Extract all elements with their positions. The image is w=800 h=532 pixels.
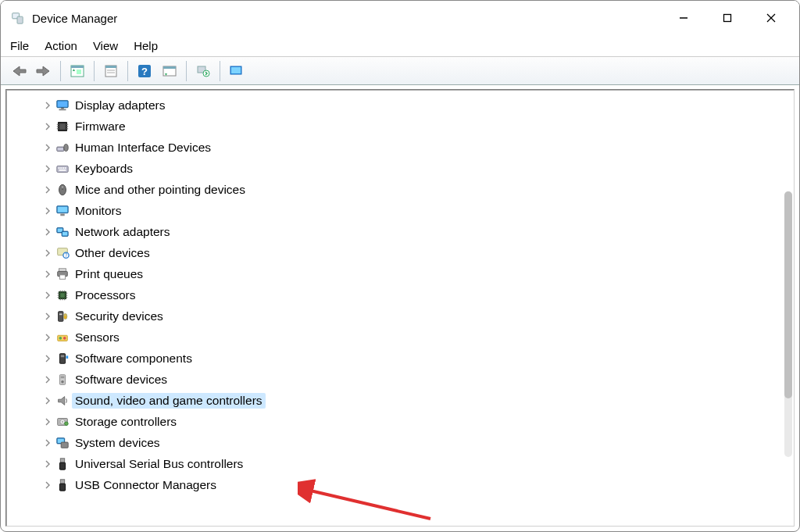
other-icon <box>55 245 70 261</box>
tree-panel: Display adaptersFirmwareHuman Interface … <box>5 89 795 527</box>
tree-node[interactable]: Keyboards <box>42 158 794 179</box>
menu-help[interactable]: Help <box>134 39 158 52</box>
scrollbar[interactable] <box>784 191 792 457</box>
titlebar: Device Manager <box>1 1 799 35</box>
chevron-right-icon[interactable] <box>42 165 53 173</box>
tree-node-label: Print queues <box>75 267 143 281</box>
chevron-right-icon[interactable] <box>42 397 53 405</box>
chevron-right-icon[interactable] <box>42 207 53 215</box>
maximize-button[interactable] <box>705 2 749 34</box>
display-icon <box>55 98 70 113</box>
tree-node[interactable]: Monitors <box>42 200 794 221</box>
toolbar <box>1 57 799 85</box>
tree-node[interactable]: Software components <box>42 348 794 369</box>
svg-rect-85 <box>77 70 81 74</box>
tree-node[interactable]: Sound, video and game controllers <box>42 390 794 411</box>
back-button[interactable] <box>7 60 30 82</box>
chevron-right-icon[interactable] <box>42 418 53 426</box>
usbconn-icon <box>55 477 70 493</box>
tree-node[interactable]: Mice and other pointing devices <box>42 179 794 200</box>
chevron-right-icon[interactable] <box>42 123 53 130</box>
chevron-right-icon[interactable] <box>42 291 53 299</box>
tree-node-label: Network adapters <box>75 225 170 239</box>
tree-node[interactable]: Security devices <box>42 305 794 327</box>
chevron-right-icon[interactable] <box>42 355 53 362</box>
tree-node-label: Human Interface Devices <box>75 141 211 155</box>
monitor-icon <box>55 203 70 219</box>
sensor-icon <box>55 330 70 345</box>
tree-node[interactable]: USB Connector Managers <box>42 474 794 495</box>
tree-node[interactable]: Human Interface Devices <box>42 137 794 158</box>
tree-node[interactable]: Print queues <box>42 263 794 284</box>
tree-node-label: Keyboards <box>75 162 133 176</box>
content-frame: Display adaptersFirmwareHuman Interface … <box>1 85 799 531</box>
tree-node-label: Software devices <box>75 373 167 387</box>
window-title: Device Manager <box>32 12 117 25</box>
chevron-right-icon[interactable] <box>42 376 53 384</box>
tree-node-label: System devices <box>75 436 160 450</box>
chevron-right-icon[interactable] <box>42 249 53 257</box>
chevron-right-icon[interactable] <box>42 144 53 152</box>
show-hide-console-button[interactable] <box>66 60 89 82</box>
chip-icon <box>55 119 70 134</box>
add-device-button[interactable] <box>225 60 248 82</box>
close-button[interactable] <box>749 2 793 34</box>
chevron-right-icon[interactable] <box>42 102 53 109</box>
network-icon <box>55 224 70 240</box>
app-icon <box>10 11 24 25</box>
update-driver-button[interactable] <box>191 60 215 82</box>
tree-node[interactable]: Universal Serial Bus controllers <box>42 453 794 474</box>
properties-button[interactable] <box>99 60 123 82</box>
scan-button[interactable] <box>158 60 181 82</box>
svg-rect-80 <box>724 15 731 22</box>
swdev-icon <box>55 372 70 387</box>
tree-node-label: Storage controllers <box>75 415 177 429</box>
help-button[interactable] <box>133 60 156 82</box>
tree-node[interactable]: Firmware <box>42 116 794 137</box>
mouse-icon <box>55 182 70 198</box>
printer-icon <box>55 266 70 282</box>
svg-rect-95 <box>231 67 241 73</box>
tree-node[interactable]: Other devices <box>42 242 794 263</box>
tree-node[interactable]: Software devices <box>42 369 794 390</box>
tree-node[interactable]: Processors <box>42 284 794 305</box>
tree-node[interactable]: Sensors <box>42 327 794 348</box>
svg-rect-87 <box>105 66 116 68</box>
menu-view[interactable]: View <box>93 39 118 52</box>
tree-node[interactable]: Network adapters <box>42 221 794 242</box>
tree-node[interactable]: System devices <box>42 432 794 453</box>
hid-icon <box>55 140 70 155</box>
chevron-right-icon[interactable] <box>42 460 53 468</box>
menu-file[interactable]: File <box>10 39 29 52</box>
tree-node-label: Universal Serial Bus controllers <box>75 457 243 471</box>
device-tree[interactable]: Display adaptersFirmwareHuman Interface … <box>6 90 794 500</box>
tree-node-label: Sensors <box>75 330 120 345</box>
sound-icon <box>55 393 70 409</box>
tree-node-label: Security devices <box>75 309 163 323</box>
chevron-right-icon[interactable] <box>42 228 53 236</box>
tree-node-label: Sound, video and game controllers <box>72 393 266 409</box>
usb-icon <box>55 456 70 472</box>
forward-button[interactable] <box>32 60 55 82</box>
sysdev-icon <box>55 435 70 451</box>
scrollbar-thumb[interactable] <box>784 191 792 398</box>
security-icon <box>55 309 70 324</box>
chevron-right-icon[interactable] <box>42 186 53 194</box>
menubar: File Action View Help <box>1 35 799 57</box>
tree-node-label: Processors <box>75 288 136 302</box>
tree-node-label: Mice and other pointing devices <box>75 183 245 197</box>
chevron-right-icon[interactable] <box>42 312 53 320</box>
tree-node[interactable]: Display adapters <box>42 95 794 116</box>
cpu-icon <box>55 287 70 303</box>
chevron-right-icon[interactable] <box>42 481 53 489</box>
tree-node-label: Firmware <box>75 120 126 134</box>
menu-action[interactable]: Action <box>45 39 77 52</box>
window: Device Manager File Action View Help <box>0 0 800 532</box>
chevron-right-icon[interactable] <box>42 270 53 278</box>
tree-node-label: Monitors <box>75 204 121 218</box>
tree-node[interactable]: Storage controllers <box>42 411 794 432</box>
minimize-button[interactable] <box>662 2 705 34</box>
storage-icon <box>55 414 70 430</box>
chevron-right-icon[interactable] <box>42 439 53 447</box>
chevron-right-icon[interactable] <box>42 334 53 341</box>
